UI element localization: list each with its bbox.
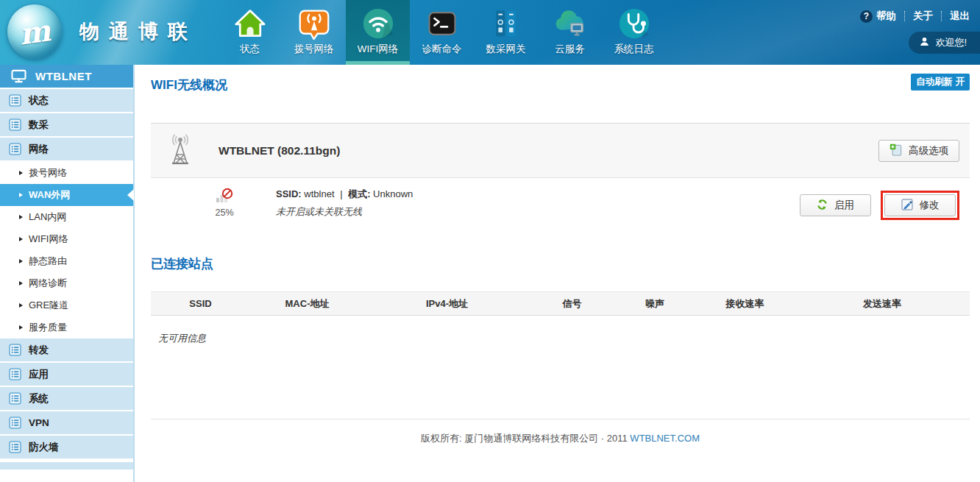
sidebar-item-dial-network[interactable]: 拨号网络 xyxy=(0,162,133,184)
sidebar-item-status[interactable]: 状态 xyxy=(0,89,133,113)
nav-tab-system-log[interactable]: 系统日志 xyxy=(602,0,666,65)
wifi-panel-header: WTBLNET (802.11bgn) 高级选项 xyxy=(151,123,970,178)
column-signal: 信号 xyxy=(530,297,614,311)
nav-tab-data-gateway[interactable]: 数采网关 xyxy=(474,0,538,65)
antenna-tower-icon xyxy=(164,132,196,169)
list-icon xyxy=(9,118,21,131)
auto-refresh-toggle[interactable]: 自动刷新 开 xyxy=(911,74,970,91)
page-plus-icon xyxy=(890,143,902,158)
caret-right-icon xyxy=(19,281,23,286)
sidebar-item-network[interactable]: 网络 xyxy=(0,138,133,162)
advanced-options-button[interactable]: 高级选项 xyxy=(878,140,959,162)
sidebar-item-static-route[interactable]: 静态路由 xyxy=(0,250,133,272)
sidebar-item-data-collect[interactable]: 数采 xyxy=(0,113,133,138)
user-icon xyxy=(920,37,929,49)
welcome-button[interactable]: 欢迎您! xyxy=(909,32,980,54)
caret-right-icon xyxy=(19,259,23,263)
nav-tab-wifi-network[interactable]: WIFI网络 xyxy=(346,0,410,65)
signal-cell: 25% xyxy=(207,188,242,218)
signal-disabled-icon xyxy=(216,194,233,206)
wifi-icon xyxy=(361,3,395,44)
brand-logo-icon: m xyxy=(7,4,62,59)
wifi-status-text: SSID: wtblnet | 模式: Unknown 未开启或未关联无线 xyxy=(276,188,413,219)
wifi-status-row: 25% SSID: wtblnet | 模式: Unknown 未开启或未关联无… xyxy=(151,178,970,233)
nav-tab-cloud-service[interactable]: 云服务 xyxy=(538,0,602,65)
ssid-value: wtblnet xyxy=(304,188,334,199)
column-noise: 噪声 xyxy=(614,297,695,311)
column-tx-rate: 发送速率 xyxy=(795,297,970,311)
list-icon xyxy=(9,441,21,453)
sidebar-device-title: WTBLNET xyxy=(0,65,133,89)
help-link[interactable]: ?帮助 xyxy=(860,10,896,23)
top-header: m 物通博联 状态 拨号网络 WIFI网络 诊断命令 xyxy=(0,0,980,65)
sidebar-item-application[interactable]: 应用 xyxy=(0,363,133,387)
modify-highlight-box: 修改 xyxy=(881,191,959,220)
mode-label: 模式: xyxy=(348,188,370,199)
list-icon xyxy=(9,143,21,155)
main-content: WIFI无线概况 自动刷新 开 WTBLNET (802.11bgn) 高级选项 xyxy=(135,65,980,482)
divider xyxy=(904,11,905,21)
brand: m 物通博联 xyxy=(7,4,197,59)
list-icon xyxy=(9,368,21,380)
copyright-text: 版权所有: 厦门物通博联网络科技有限公司 · 2011 xyxy=(421,433,628,444)
footer: 版权所有: 厦门物通博联网络科技有限公司 · 2011 WTBLNET.COM xyxy=(151,432,970,445)
list-icon xyxy=(9,344,21,356)
enable-button[interactable]: 启用 xyxy=(800,194,871,216)
sidebar-item-network-diagnose[interactable]: 网络诊断 xyxy=(0,272,133,294)
sidebar-item-vpn[interactable]: VPN xyxy=(0,411,133,436)
divider xyxy=(941,11,942,21)
sidebar-item-wan[interactable]: WAN外网 xyxy=(0,184,133,206)
about-link[interactable]: 关于 xyxy=(913,10,933,23)
wtblnet-link[interactable]: WTBLNET.COM xyxy=(630,433,700,444)
signal-percent: 25% xyxy=(207,208,242,218)
sidebar-item-partial xyxy=(0,461,133,469)
nav-tab-status[interactable]: 状态 xyxy=(218,0,282,65)
ssid-line: SSID: wtblnet | 模式: Unknown xyxy=(276,188,413,201)
column-ssid: SSID xyxy=(151,298,250,309)
list-icon xyxy=(9,94,21,107)
list-icon xyxy=(9,417,21,429)
nav-tab-dial-network[interactable]: 拨号网络 xyxy=(282,0,346,65)
home-icon xyxy=(234,3,266,44)
header-utility-links: ?帮助 关于 退出 xyxy=(860,10,970,23)
stations-table-header: SSID MAC-地址 IPv4-地址 信号 噪声 接收速率 发送速率 xyxy=(151,291,970,316)
ssid-label: SSID: xyxy=(276,188,302,199)
sidebar-item-firewall[interactable]: 防火墙 xyxy=(0,436,133,460)
caret-right-icon xyxy=(19,325,23,330)
sidebar-item-lan[interactable]: LAN内网 xyxy=(0,206,133,228)
modify-button[interactable]: 修改 xyxy=(884,194,956,216)
pipe-separator: | xyxy=(340,188,342,199)
logout-link[interactable]: 退出 xyxy=(950,10,970,23)
sidebar-item-wifi-network[interactable]: WIFI网络 xyxy=(0,228,133,250)
footer-divider xyxy=(151,419,970,419)
sidebar-item-forward[interactable]: 转发 xyxy=(0,339,133,363)
brand-name: 物通博联 xyxy=(79,18,197,45)
wifi-panel-title: WTBLNET (802.11bgn) xyxy=(219,144,340,157)
top-nav: 状态 拨号网络 WIFI网络 诊断命令 数采网关 xyxy=(218,0,666,65)
column-ipv4: IPv4-地址 xyxy=(364,297,530,311)
sidebar: WTBLNET 状态 数采 网络 拨号网络 WAN外网 LAN内网 WIF xyxy=(0,65,135,482)
caret-right-icon xyxy=(19,215,23,219)
sidebar-item-system[interactable]: 系统 xyxy=(0,387,133,411)
column-mac: MAC-地址 xyxy=(250,297,364,311)
wifi-action-buttons: 启用 修改 xyxy=(800,191,959,220)
help-icon: ? xyxy=(860,10,873,23)
column-rx-rate: 接收速率 xyxy=(695,297,795,311)
mode-value: Unknown xyxy=(373,188,413,199)
connected-stations-title: 已连接站点 xyxy=(151,255,970,272)
caret-right-icon xyxy=(19,193,23,197)
refresh-icon xyxy=(817,199,828,213)
cloud-icon xyxy=(553,3,587,44)
nav-tab-diagnostic-command[interactable]: 诊断命令 xyxy=(410,0,474,65)
caret-right-icon xyxy=(19,303,23,308)
list-icon xyxy=(9,392,21,405)
dial-network-icon xyxy=(298,3,330,44)
gateway-icon xyxy=(490,3,522,44)
sidebar-item-qos[interactable]: 服务质量 xyxy=(0,316,133,339)
edit-pencil-icon xyxy=(901,199,913,213)
syslog-stethoscope-icon xyxy=(617,3,651,44)
sidebar-item-gre-tunnel[interactable]: GRE隧道 xyxy=(0,294,133,316)
wireless-disabled-note: 未开启或未关联无线 xyxy=(276,205,413,219)
terminal-icon xyxy=(427,3,458,44)
page-title: WIFI无线概况 xyxy=(151,77,970,93)
